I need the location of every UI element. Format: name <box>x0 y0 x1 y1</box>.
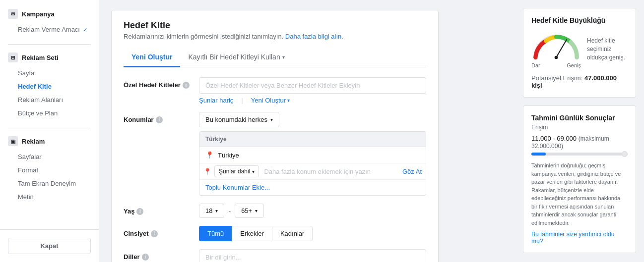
tab-bar: Yeni Oluştur Kayıtlı Bir Hedef Kitleyi K… <box>124 48 426 67</box>
yeni-olustur-link[interactable]: Yeni Oluştur ▾ <box>251 97 290 104</box>
ozel-input[interactable] <box>199 77 426 94</box>
ozel-control: Şunlar hariç | Yeni Oluştur ▾ <box>199 77 426 104</box>
cinsiyet-label-text: Cinsiyet <box>124 230 149 237</box>
chevron-down-icon: ▾ <box>282 54 285 60</box>
potential-reach: Potansiyel Erişim: 47.000.000 kişi <box>531 74 628 89</box>
country-item[interactable]: 📍 Türkiye <box>199 147 426 163</box>
gauge-container: Dar Geniş Hedef kitle seçiminiz oldukça … <box>531 30 628 68</box>
include-chevron-icon: ▾ <box>252 169 255 174</box>
diller-label-text: Diller <box>124 253 140 261</box>
potential-label: Potansiyel Erişim: <box>531 74 582 82</box>
diller-label: Diller i <box>124 249 193 261</box>
sidebar-item-reklam-verme-amaci[interactable]: Reklam Verme Amacı ✓ <box>0 23 99 36</box>
sidebar-subitem-format-label: Format <box>18 166 38 174</box>
pin-small-icon: 📍 <box>203 168 211 175</box>
form-panel: Hedef Kitle Reklamlarınızı kimlerin görm… <box>111 10 439 262</box>
panel-subtitle-text: Reklamlarınızı kimlerin görmesini istedi… <box>124 33 283 40</box>
ozel-info-icon[interactable]: i <box>183 82 190 89</box>
kapat-button[interactable]: Kapat <box>8 238 91 254</box>
gender-kadinlar-btn[interactable]: Kadınlar <box>272 226 313 241</box>
location-text-input[interactable] <box>262 166 399 177</box>
sidebar-item-hedef-kitle[interactable]: Hedef Kitle <box>0 80 99 93</box>
goz-at-button[interactable]: Göz At <box>402 168 422 175</box>
tab-kayitli[interactable]: Kayıtlı Bir Hedef Kitleyi Kullan ▾ <box>180 48 292 67</box>
age-row: 18 ▾ - 65+ ▾ <box>199 204 426 218</box>
sidebar-section-kampanya: ✉ Kampanya Reklam Verme Amacı ✓ <box>0 5 99 36</box>
sidebar-divider-2 <box>8 128 91 128</box>
sidebar-item-kampanya-label: Kampanya <box>22 10 55 18</box>
sunlar-haric-link[interactable]: Şunlar hariç <box>199 97 233 104</box>
gauge-description: Hedef kitle seçiminiz oldukça geniş. <box>587 37 628 61</box>
sidebar-item-reklam-alanlari[interactable]: Reklam Alanları <box>0 93 99 106</box>
daily-results-card: Tahmini Günlük Sonuçlar Erişim 11.000 - … <box>523 105 636 253</box>
yas-label: Yaş i <box>124 204 193 215</box>
sidebar-item-sayfalar[interactable]: Sayfalar <box>0 150 99 163</box>
sidebar-item-butce-ve-plan[interactable]: Bütçe ve Plan <box>0 106 99 120</box>
sidebar-item-reklam-label: Reklam <box>22 138 45 145</box>
gauge-labels: Dar Geniş <box>531 62 581 68</box>
tab-yeni-olustur[interactable]: Yeni Oluştur <box>124 48 180 67</box>
results-subtitle: Erişim <box>531 124 628 131</box>
sidebar-item-format[interactable]: Format <box>0 163 99 177</box>
sidebar-item-kampanya[interactable]: ✉ Kampanya <box>0 5 99 23</box>
sidebar-item-metin[interactable]: Metin <box>0 190 99 204</box>
results-range-value: 11.000 - 69.000 <box>531 135 577 142</box>
diller-info-icon[interactable]: i <box>142 254 149 261</box>
ozel-label-text: Özel Hedef Kitleler <box>124 81 181 89</box>
sidebar-item-tam-ekran[interactable]: Tam Ekran Deneyim <box>0 177 99 190</box>
age-dash: - <box>228 207 231 215</box>
yeni-olustur-link-text: Yeni Oluştur <box>251 97 286 104</box>
location-input-row: 📍 Şunlar dahil ▾ Göz At <box>199 163 426 180</box>
sidebar-subitem-tam-ekran-label: Tam Ekran Deneyim <box>18 180 76 187</box>
cinsiyet-control: Tümü Erkekler Kadınlar <box>199 226 426 241</box>
yas-info-icon[interactable]: i <box>136 208 143 215</box>
gauge-wrapper: Dar Geniş <box>531 30 581 68</box>
panel-title: Hedef Kitle <box>124 20 426 31</box>
yas-max-dropdown[interactable]: 65+ ▾ <box>235 204 264 218</box>
yas-min-dropdown[interactable]: 18 ▾ <box>199 204 224 218</box>
include-dropdown[interactable]: Şunlar dahil ▾ <box>214 165 259 177</box>
yas-max-value: 65+ <box>241 207 252 214</box>
bilgi-al-link[interactable]: Daha fazla bilgi alın. <box>285 33 343 40</box>
sidebar-divider-1 <box>8 44 91 45</box>
reklam-seti-icon: ⊞ <box>8 52 18 62</box>
kampanya-icon: ✉ <box>8 9 18 19</box>
location-dropdown-label: Bu konumdaki herkes <box>205 116 267 123</box>
country-name: Türkiye <box>218 152 239 159</box>
konumlar-control: Bu konumdaki herkes ▾ Türkiye 📍 Türkiye <box>199 112 426 196</box>
yas-min-chevron: ▾ <box>215 208 218 213</box>
yas-row: Yaş i 18 ▾ - 65+ ▾ <box>124 204 426 218</box>
panel-subtitle: Reklamlarınızı kimlerin görmesini istedi… <box>124 33 426 40</box>
ozel-label: Özel Hedef Kitleler i <box>124 77 193 89</box>
cinsiyet-label: Cinsiyet i <box>124 226 193 237</box>
diller-input[interactable] <box>199 249 426 262</box>
tab-kayitli-label: Kayıtlı Bir Hedef Kitleyi Kullan <box>188 53 280 61</box>
konumlar-info-icon[interactable]: i <box>156 116 163 123</box>
sidebar-item-sayfa[interactable]: Sayfa <box>0 66 99 80</box>
location-dropdown-btn[interactable]: Bu konumdaki herkes ▾ <box>199 112 279 127</box>
results-range: 11.000 - 69.000 (maksimum 32.000.000) <box>531 135 628 150</box>
results-title: Tahmini Günlük Sonuçlar <box>531 114 628 122</box>
reklam-icon: ▣ <box>8 136 18 146</box>
sidebar-subitem-label: Reklam Verme Amacı <box>18 26 80 33</box>
ozel-link-row: Şunlar hariç | Yeni Oluştur ▾ <box>199 97 426 104</box>
check-icon: ✓ <box>83 26 88 33</box>
gender-tumu-btn[interactable]: Tümü <box>199 226 232 241</box>
toplu-link-row: Toplu Konumlar Ekle... <box>199 180 426 195</box>
sidebar-item-reklam-seti[interactable]: ⊞ Reklam Seti <box>0 49 99 66</box>
yas-min-value: 18 <box>205 207 212 214</box>
helpful-link[interactable]: Bu tahminler size yardımcı oldu mu? <box>531 231 628 245</box>
sidebar-subitem-metin-label: Metin <box>18 193 34 201</box>
gauge-svg <box>531 30 581 60</box>
sidebar-bottom: Kapat <box>0 229 99 262</box>
gender-erkekler-btn[interactable]: Erkekler <box>232 226 272 241</box>
toplu-konumlar-link[interactable]: Toplu Konumlar Ekle... <box>205 184 270 191</box>
audience-card-title: Hedef Kitle Büyüklüğü <box>531 16 628 24</box>
cinsiyet-info-icon[interactable]: i <box>151 230 158 237</box>
sidebar-item-reklam[interactable]: ▣ Reklam <box>0 132 99 150</box>
results-progress-fill <box>531 153 546 156</box>
location-dropdown-chevron: ▾ <box>270 117 273 122</box>
sidebar-section-reklam-seti: ⊞ Reklam Seti Sayfa Hedef Kitle Reklam A… <box>0 49 99 120</box>
svg-line-0 <box>556 40 567 57</box>
gauge-label-genis: Geniş <box>567 62 581 68</box>
